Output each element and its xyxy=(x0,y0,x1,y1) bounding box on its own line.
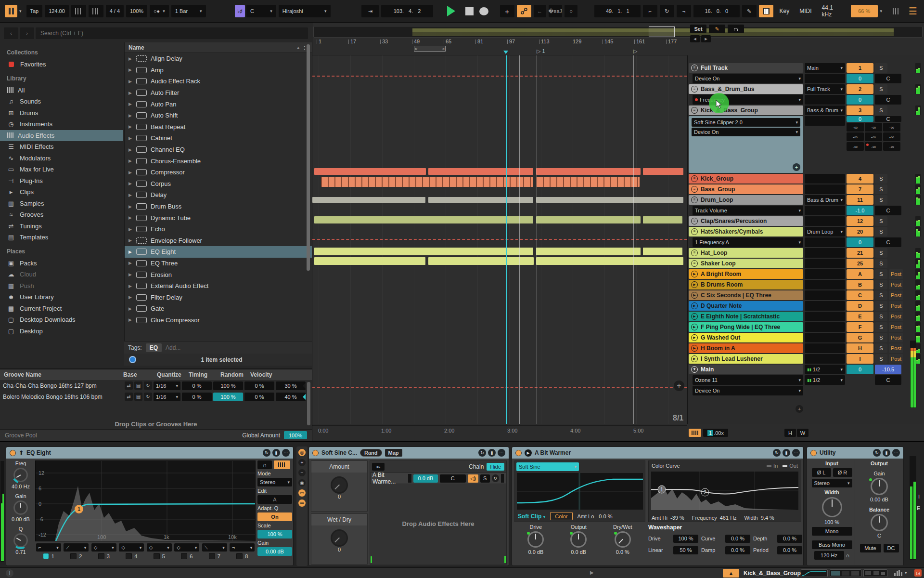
post-button[interactable]: Post xyxy=(889,280,903,289)
solo-button[interactable]: S xyxy=(875,248,887,258)
bass-mono-freq-field[interactable]: 120 Hz xyxy=(814,551,844,560)
punch-out-button[interactable]: ¬ xyxy=(677,5,691,17)
expand-arrow-icon[interactable]: ▶ xyxy=(128,67,132,72)
main-routing-1[interactable]: ▮▮1/2 xyxy=(805,365,845,374)
show-macros-icon[interactable]: ▭ xyxy=(298,489,306,497)
device-item-chorus-ensemble[interactable]: ▶Chorus-Ensemble xyxy=(125,155,312,167)
gain-knob[interactable] xyxy=(871,478,888,495)
loop-start-field[interactable]: 49.1.1 xyxy=(594,5,641,17)
sidebar-item-max-for-live[interactable]: ▭Max for Live xyxy=(7,164,123,175)
gain-knob[interactable] xyxy=(13,500,28,515)
phase-left-button[interactable]: Ø L xyxy=(812,468,831,477)
solo-button[interactable]: S xyxy=(875,301,887,311)
device-thumbnail-eq[interactable] xyxy=(801,569,828,577)
sidebar-item-instruments[interactable]: ◷Instruments xyxy=(7,118,123,130)
freq-knob[interactable] xyxy=(13,468,28,482)
session-record-button[interactable]: ○ xyxy=(565,5,578,17)
track-number-badge[interactable]: 21 xyxy=(847,248,873,258)
browser-scrollbar[interactable] xyxy=(307,44,310,271)
device-item-channel-eq[interactable]: ▶Channel EQ xyxy=(125,144,312,156)
track-number-badge[interactable]: 11 xyxy=(847,195,873,205)
channel-mode-select[interactable]: Stereo xyxy=(812,479,852,487)
device-item-auto-filter[interactable]: ▶Auto Filter xyxy=(125,87,312,99)
return-badge[interactable]: E xyxy=(847,312,873,321)
stop-button[interactable] xyxy=(465,7,474,15)
remove-macro-icon[interactable]: − xyxy=(298,469,306,476)
clip-mode-select[interactable]: Soft Clip ▾ xyxy=(518,513,545,520)
sidebar-item-desktop[interactable]: ▢Desktop xyxy=(7,326,123,337)
track-name[interactable]: ▶E Eighth Note | Scratchtastic xyxy=(689,312,803,321)
more-icon[interactable]: ⋯ xyxy=(282,449,290,457)
groove-random-field[interactable]: 0 % xyxy=(244,381,274,390)
automation-control-select[interactable]: Track Volume xyxy=(693,206,803,215)
device-item-drum-buss[interactable]: ▶Drum Buss xyxy=(125,201,312,212)
arrangement-clip[interactable] xyxy=(428,197,533,203)
expand-arrow-icon[interactable]: ▶ xyxy=(128,193,132,197)
eq-band-2[interactable]: ⟋2 xyxy=(63,543,90,565)
solo-button[interactable]: S xyxy=(875,280,887,289)
nudge-up-button[interactable] xyxy=(89,5,103,17)
main-device-on-select[interactable]: Device On xyxy=(693,386,803,395)
post-button[interactable]: Post xyxy=(889,354,903,364)
main-volume-field[interactable]: 0 xyxy=(847,365,873,374)
automation-control-select[interactable]: Soft Sine Clipper 2.0 xyxy=(692,118,800,127)
track-name[interactable]: ≡Bass_Group xyxy=(689,184,803,194)
solo-button[interactable]: S xyxy=(875,269,887,279)
track-name[interactable]: ▶G Washed Out xyxy=(689,333,803,342)
expand-arrow-icon[interactable]: ▶ xyxy=(128,181,132,186)
add-automation-lane-icon[interactable]: + xyxy=(674,381,684,391)
band-shape-select[interactable]: ◇ xyxy=(147,543,172,552)
overview-view-box[interactable] xyxy=(649,26,675,37)
push-display-icon[interactable]: ◲ xyxy=(914,569,922,577)
save-preset-icon[interactable]: ▮ xyxy=(783,449,790,457)
pan-field[interactable]: C xyxy=(875,95,901,105)
track-name[interactable]: ≡Shaker Loop xyxy=(689,259,803,268)
sidebar-item-desktop-downloads[interactable]: ▢Desktop Downloads xyxy=(7,314,123,326)
save-icon[interactable]: ▤ xyxy=(134,381,142,390)
search-input[interactable] xyxy=(36,27,308,39)
commit-icon[interactable]: ⇄ xyxy=(125,381,133,390)
more-icon[interactable]: ⋯ xyxy=(892,449,900,457)
fold-icon[interactable]: ⬆ xyxy=(19,449,24,456)
solo-button[interactable]: S xyxy=(875,184,887,194)
track-name[interactable]: ▶C Six Seconds | EQ Three xyxy=(689,290,803,300)
track-width-button[interactable]: W xyxy=(797,429,808,437)
groove-col-base[interactable]: Base xyxy=(123,371,157,378)
set-locator-button[interactable]: Set xyxy=(690,25,706,33)
main-pan-field[interactable]: C xyxy=(875,375,901,385)
macro-1-knob[interactable] xyxy=(331,476,348,494)
groove-timing-field[interactable]: 100 % xyxy=(213,393,243,401)
output-gain-field[interactable]: 0.00 dB xyxy=(257,547,292,556)
time-signature-field[interactable]: 4 / 4 xyxy=(106,5,124,17)
expand-arrow-icon[interactable]: ▶ xyxy=(128,295,132,300)
pan-field[interactable]: C xyxy=(875,237,901,247)
automation-control-select[interactable]: Device On xyxy=(692,128,800,136)
arrangement-clip[interactable] xyxy=(536,168,641,175)
sidebar-item-user-library[interactable]: ☻User Library xyxy=(7,291,123,303)
eq-band-3[interactable]: ◇3 xyxy=(90,543,117,565)
eq-display[interactable]: 1 1260 -6-12 1001k10k xyxy=(35,460,256,541)
quantize-menu[interactable]: 100% xyxy=(126,5,147,17)
sidebar-item-templates[interactable]: ▤Templates xyxy=(7,232,123,243)
device-item-cabinet[interactable]: ▶Cabinet xyxy=(125,132,312,144)
re-enable-automation-button[interactable]: ← xyxy=(534,5,546,17)
save-preset-icon[interactable]: ▮ xyxy=(272,449,280,457)
chain-volume-field[interactable]: 0.0 dB xyxy=(413,474,438,483)
arrangement-clip[interactable] xyxy=(314,168,426,175)
bass-audition-icon[interactable]: ∩ xyxy=(846,552,850,558)
scroll-left-icon[interactable]: ◂ xyxy=(690,35,700,42)
device-item-eq-eight[interactable]: ▶EQ Eight xyxy=(125,246,312,258)
sidebar-item-audio-effects[interactable]: Audio Effects xyxy=(0,130,123,142)
cpu-menu-arrow[interactable]: ▾ xyxy=(880,9,883,13)
arrangement-clip[interactable] xyxy=(643,168,683,175)
expand-arrow-icon[interactable]: ▶ xyxy=(128,204,132,209)
volume-field[interactable]: 0 xyxy=(847,237,873,247)
sidebar-item-clips[interactable]: ▸Clips xyxy=(7,186,123,198)
spectrum-toggle-icon[interactable] xyxy=(274,460,290,469)
solo-button[interactable]: S xyxy=(875,333,887,342)
draw-mode-button[interactable]: ✎ xyxy=(742,5,757,17)
track-name[interactable]: ≡Kick_&_Bass_Group xyxy=(689,105,803,115)
chain-solo-button[interactable]: S xyxy=(480,474,490,483)
punch-in-button[interactable]: ⌐ xyxy=(643,5,657,17)
eq-band-6[interactable]: ◇6 xyxy=(174,543,201,565)
